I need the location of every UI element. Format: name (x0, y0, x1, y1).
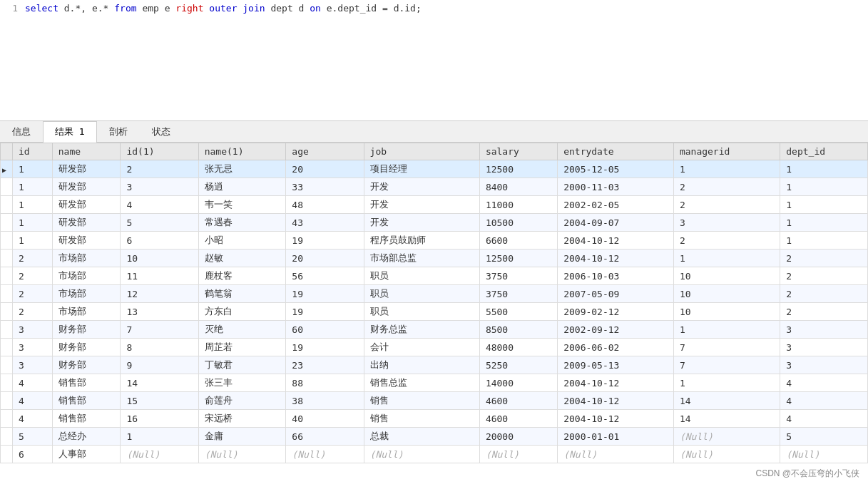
cell-name1: 丁敏君 (198, 356, 286, 374)
cell-dept_id: 1 (780, 232, 868, 250)
col-header-job: job (364, 143, 479, 160)
cell-salary: 20000 (479, 428, 557, 446)
cell-managerid: 10 (673, 303, 780, 321)
row-indicator-cell (1, 446, 13, 463)
cell-name1: 杨逍 (198, 178, 286, 196)
cell-name1: 周芷若 (198, 339, 286, 356)
cell-managerid: 1 (673, 321, 780, 339)
watermark: CSDN @不会压弯的小飞侠 (0, 463, 868, 484)
cell-salary: 14000 (479, 374, 557, 392)
row-indicator-cell (1, 428, 13, 446)
cell-id1: 10 (121, 250, 198, 267)
cell-id1: 14 (121, 374, 198, 392)
cell-salary: 11000 (479, 196, 557, 214)
row-indicator-cell (1, 267, 13, 285)
cell-name1: 鹤笔翁 (198, 285, 286, 303)
cell-name: 研发部 (52, 232, 121, 250)
cell-name1: 宋远桥 (198, 410, 286, 428)
cell-entrydate: 2004-10-12 (558, 250, 674, 267)
cell-age: 66 (286, 428, 364, 446)
row-indicator-cell (1, 356, 13, 374)
cell-age: 20 (286, 160, 364, 178)
cell-salary: 48000 (479, 339, 557, 356)
line-number: 1 (0, 3, 25, 14)
cell-name1: 张无忌 (198, 160, 286, 178)
cell-salary: 3750 (479, 285, 557, 303)
row-indicator-cell (1, 196, 13, 214)
cell-entrydate: 2002-09-12 (558, 321, 674, 339)
cell-id1: 9 (121, 356, 198, 374)
cell-managerid: 2 (673, 232, 780, 250)
row-indicator-cell (1, 214, 13, 232)
cell-name: 销售部 (52, 410, 121, 428)
cell-age: 33 (286, 178, 364, 196)
table-row: 4销售部14张三丰88销售总监140002004-10-1214 (1, 374, 868, 392)
cell-age: 38 (286, 392, 364, 410)
cell-dept_id: (Null) (780, 446, 868, 463)
cell-dept_id: 2 (780, 250, 868, 267)
cell-dept_id: 3 (780, 321, 868, 339)
cell-job: 项目经理 (364, 160, 479, 178)
cell-salary: 8400 (479, 178, 557, 196)
cell-id1: 16 (121, 410, 198, 428)
cell-name: 市场部 (52, 250, 121, 267)
cell-job: 程序员鼓励师 (364, 232, 479, 250)
tab-results[interactable]: 结果 1 (43, 121, 97, 143)
sql-editor[interactable]: 1 select d.*, e.* from emp e right outer… (0, 0, 868, 121)
cell-dept_id: 3 (780, 356, 868, 374)
table-row: 5总经办1金庸66总裁200002000-01-01(Null)5 (1, 428, 868, 446)
cell-job: 财务总监 (364, 321, 479, 339)
cell-name1: 韦一笑 (198, 196, 286, 214)
cell-name: 财务部 (52, 321, 121, 339)
table-row: 1研发部6小昭19程序员鼓励师66002004-10-1221 (1, 232, 868, 250)
cell-dept_id: 2 (780, 303, 868, 321)
cell-age: 40 (286, 410, 364, 428)
table-header-row: id name id(1) name(1) age job salary ent… (1, 143, 868, 160)
cell-managerid: 10 (673, 267, 780, 285)
col-header-age: age (286, 143, 364, 160)
tab-profile[interactable]: 剖析 (97, 121, 140, 142)
results-container: id name id(1) name(1) age job salary ent… (0, 143, 868, 463)
cell-name: 人事部 (52, 446, 121, 463)
cell-entrydate: 2000-01-01 (558, 428, 674, 446)
cell-name1: 常遇春 (198, 214, 286, 232)
cell-id: 5 (13, 428, 53, 446)
cell-managerid: 1 (673, 374, 780, 392)
table-row: 1研发部4韦一笑48开发110002002-02-0521 (1, 196, 868, 214)
cell-managerid: 14 (673, 410, 780, 428)
results-table: id name id(1) name(1) age job salary ent… (0, 143, 868, 463)
cell-age: 48 (286, 196, 364, 214)
col-header-managerid: managerid (673, 143, 780, 160)
cell-job: 职员 (364, 267, 479, 285)
cell-dept_id: 1 (780, 160, 868, 178)
cell-entrydate: 2002-02-05 (558, 196, 674, 214)
cell-entrydate: 2004-10-12 (558, 232, 674, 250)
row-indicator-cell (1, 303, 13, 321)
cell-job: 销售总监 (364, 374, 479, 392)
cell-entrydate: 2005-12-05 (558, 160, 674, 178)
cell-managerid: 14 (673, 392, 780, 410)
cell-id1: 3 (121, 178, 198, 196)
cell-age: 60 (286, 321, 364, 339)
table-row: 6人事部(Null)(Null)(Null)(Null)(Null)(Null)… (1, 446, 868, 463)
cell-entrydate: 2004-10-12 (558, 392, 674, 410)
cell-entrydate: 2004-09-07 (558, 214, 674, 232)
cell-dept_id: 1 (780, 214, 868, 232)
cell-salary: 6600 (479, 232, 557, 250)
cell-name: 总经办 (52, 428, 121, 446)
cell-id: 3 (13, 356, 53, 374)
tab-info[interactable]: 信息 (0, 121, 43, 142)
cell-entrydate: 2007-05-09 (558, 285, 674, 303)
cell-job: 职员 (364, 285, 479, 303)
cell-id: 3 (13, 339, 53, 356)
cell-name: 销售部 (52, 392, 121, 410)
cell-managerid: 1 (673, 160, 780, 178)
cell-id: 3 (13, 321, 53, 339)
cell-id1: 1 (121, 428, 198, 446)
tab-status[interactable]: 状态 (140, 121, 183, 142)
cell-job: 职员 (364, 303, 479, 321)
cell-dept_id: 1 (780, 178, 868, 196)
row-indicator-cell (1, 178, 13, 196)
cell-name: 销售部 (52, 374, 121, 392)
col-header-id1: id(1) (121, 143, 198, 160)
